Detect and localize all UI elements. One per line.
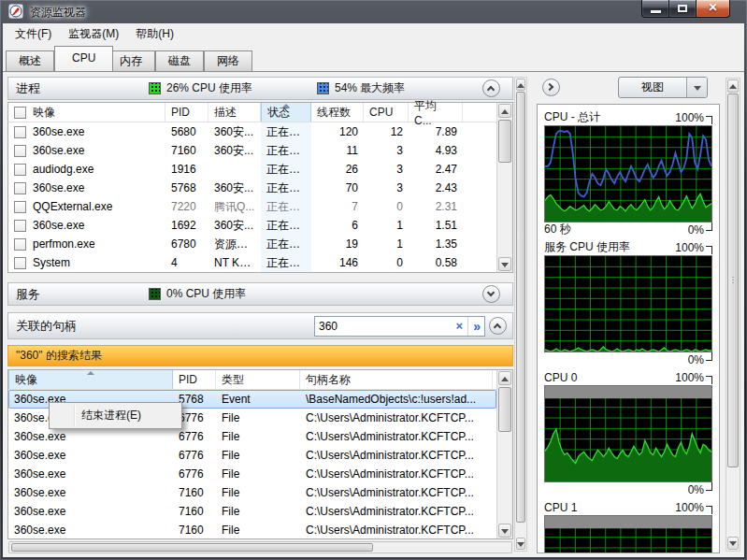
column-header-句柄名称[interactable]: 句柄名称 bbox=[300, 370, 493, 389]
process-description: 360安... bbox=[208, 122, 261, 141]
search-go-button[interactable]: » bbox=[467, 317, 484, 336]
process-row[interactable]: 360se.exe7160360安...正在运行1134.93 bbox=[8, 141, 512, 160]
pane-expand-button[interactable] bbox=[542, 79, 560, 96]
services-title: 服务 bbox=[16, 286, 40, 303]
handles-horizontal-scrollbar[interactable] bbox=[8, 541, 512, 553]
scroll-down-button[interactable] bbox=[498, 524, 511, 538]
scrollbar-thumb[interactable] bbox=[727, 93, 739, 467]
row-checkbox[interactable] bbox=[14, 201, 26, 213]
chart-min-label: 0% bbox=[688, 223, 704, 237]
scroll-up-button[interactable] bbox=[498, 104, 511, 118]
view-button-label[interactable]: 视图 bbox=[619, 78, 686, 97]
processes-collapse-button[interactable] bbox=[482, 79, 500, 97]
scroll-up-button[interactable] bbox=[516, 79, 525, 91]
context-menu-item-end-process[interactable]: 结束进程(E) bbox=[50, 408, 141, 424]
tab-概述[interactable]: 概述 bbox=[6, 50, 54, 71]
processes-header[interactable]: 进程 26% CPU 使用率 54% 最大频率 bbox=[7, 77, 513, 100]
processes-scrollbar[interactable] bbox=[496, 103, 512, 272]
handles-scrollbar[interactable] bbox=[496, 370, 512, 538]
column-header-映像[interactable]: 映像 bbox=[8, 103, 165, 122]
row-checkbox[interactable] bbox=[14, 164, 26, 176]
process-row[interactable]: audiodg.exe1916正在运行2632.47 bbox=[8, 160, 512, 179]
scroll-down-button[interactable] bbox=[516, 538, 525, 550]
scroll-up-button[interactable] bbox=[498, 371, 511, 385]
scroll-down-button[interactable] bbox=[498, 257, 511, 271]
titlebar[interactable]: 资源监视器 ✕ bbox=[0, 0, 747, 23]
row-checkbox[interactable] bbox=[14, 220, 26, 232]
column-header-类型[interactable]: 类型 bbox=[216, 370, 300, 389]
process-row[interactable]: QQExternal.exe7220腾讯Q...正在运行702.31 bbox=[8, 197, 512, 216]
process-row[interactable]: 360se.exe5768360安...正在运行7032.43 bbox=[8, 179, 512, 197]
handle-row[interactable]: 360se.exe7160FileC:\Users\Administrator.… bbox=[8, 483, 496, 502]
row-checkbox[interactable] bbox=[14, 182, 26, 194]
handle-row[interactable]: 360se.exe6776FileC:\Users\Administrator.… bbox=[8, 446, 496, 465]
handle-row[interactable]: 360se.exe7160FileC:\Users\Administrator.… bbox=[8, 521, 496, 539]
graphs-scrollbar[interactable] bbox=[725, 78, 740, 552]
process-row[interactable]: 360se.exe1692360安...正在运行611.51 bbox=[8, 216, 512, 235]
maximize-button[interactable] bbox=[669, 0, 697, 18]
handle-row[interactable]: 360se.exe7160FileC:\Users\Administrator.… bbox=[8, 502, 496, 521]
scrollbar-thumb[interactable] bbox=[498, 120, 511, 163]
bracket-bottom-icon bbox=[706, 352, 712, 361]
column-header-PID[interactable]: PID bbox=[165, 103, 208, 122]
process-row[interactable]: perfmon.exe6780资源和...正在运行1911.35 bbox=[8, 235, 512, 253]
cpu-1-graph bbox=[544, 515, 712, 553]
context-menu: 结束进程(E) bbox=[49, 402, 182, 429]
view-button[interactable]: 视图 bbox=[618, 77, 708, 98]
tab-网络[interactable]: 网络 bbox=[204, 50, 252, 71]
scrollbar-thumb[interactable] bbox=[11, 543, 373, 552]
tab-内存[interactable]: 内存 bbox=[107, 50, 155, 71]
handle-row[interactable]: 360se.exe6776FileC:\Users\Administrator.… bbox=[8, 427, 496, 446]
services-cpu-usage-metric: 0% CPU 使用率 bbox=[149, 286, 246, 302]
column-header-描述[interactable]: 描述 bbox=[208, 103, 261, 122]
handle-image: 360se.exe bbox=[8, 465, 173, 483]
menu-item-2[interactable]: 帮助(H) bbox=[127, 23, 182, 45]
column-label: CPU bbox=[369, 106, 393, 119]
resource-monitor-icon bbox=[8, 4, 23, 19]
left-pane-scrollbar[interactable] bbox=[514, 77, 527, 552]
services-expand-button[interactable] bbox=[482, 285, 500, 303]
tab-磁盘[interactable]: 磁盘 bbox=[155, 50, 204, 71]
cpu-usage-label: 26% CPU 使用率 bbox=[166, 80, 252, 96]
max-frequency-led-icon bbox=[317, 82, 329, 94]
menu-item-0[interactable]: 文件(F) bbox=[7, 23, 60, 45]
process-row[interactable]: System4NT Ker...正在运行14600.58 bbox=[8, 253, 512, 272]
search-input[interactable] bbox=[315, 320, 452, 333]
chart-bottom-row: 0% bbox=[544, 482, 712, 496]
column-header-状态[interactable]: 状态 bbox=[261, 103, 311, 122]
process-row[interactable]: 360se.exe5680360安...正在运行120127.89 bbox=[8, 122, 512, 141]
handle-row[interactable]: 360se.exe6776FileC:\Users\Administrator.… bbox=[8, 465, 496, 483]
handles-collapse-button[interactable] bbox=[489, 317, 507, 335]
column-header-映像[interactable]: 映像 bbox=[8, 370, 173, 389]
clear-search-icon[interactable]: × bbox=[452, 317, 468, 336]
chart-title-service-cpu: 服务 CPU 使用率 bbox=[544, 239, 675, 255]
handle-image: 360se.exe bbox=[8, 446, 173, 465]
column-header-PID[interactable]: PID bbox=[173, 370, 216, 389]
scroll-down-button[interactable] bbox=[727, 537, 739, 550]
tab-CPU[interactable]: CPU bbox=[54, 46, 113, 71]
row-checkbox[interactable] bbox=[14, 126, 26, 138]
row-checkbox[interactable] bbox=[14, 145, 26, 157]
column-header-线程数[interactable]: 线程数 bbox=[311, 103, 364, 122]
minimize-button[interactable] bbox=[641, 0, 669, 18]
triangle-down-icon bbox=[501, 263, 509, 267]
view-dropdown-button[interactable] bbox=[686, 78, 707, 97]
column-header-平均 C...[interactable]: 平均 C... bbox=[409, 103, 463, 122]
process-threads: 19 bbox=[311, 235, 364, 253]
services-header[interactable]: 服务 0% CPU 使用率 bbox=[7, 282, 513, 306]
process-image-name: QQExternal.exe bbox=[33, 200, 112, 213]
chevron-up-icon bbox=[487, 86, 495, 93]
menu-item-1[interactable]: 监视器(M) bbox=[60, 23, 127, 45]
handle-pid: 7160 bbox=[173, 502, 216, 521]
handles-header[interactable]: 关联的句柄 × » bbox=[7, 312, 513, 339]
scroll-up-button[interactable] bbox=[727, 79, 739, 93]
scrollbar-thumb[interactable] bbox=[516, 92, 525, 523]
select-all-checkbox[interactable] bbox=[14, 107, 26, 119]
close-button[interactable]: ✕ bbox=[697, 0, 730, 18]
column-header-CPU[interactable]: CPU bbox=[364, 103, 409, 122]
scrollbar-thumb[interactable] bbox=[498, 387, 511, 432]
handle-handle-name: C:\Users\Administrator.KCFTCP... bbox=[300, 483, 493, 502]
row-checkbox[interactable] bbox=[14, 238, 26, 251]
cpu-total-plot bbox=[545, 126, 711, 222]
row-checkbox[interactable] bbox=[14, 257, 26, 269]
